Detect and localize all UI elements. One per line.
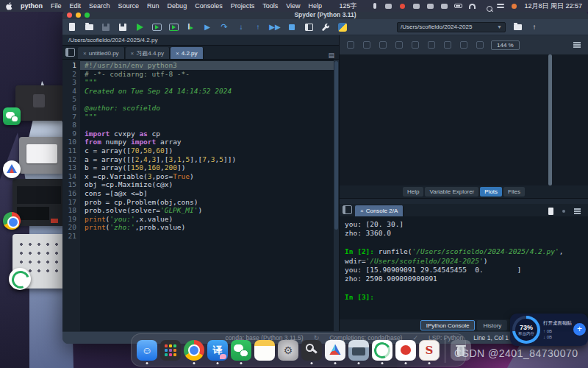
dock-notes[interactable] — [254, 336, 275, 364]
code-line[interactable]: b = array([150,160,200]) — [85, 163, 339, 172]
previous-plot-icon[interactable] — [428, 41, 435, 49]
close-tab-icon[interactable]: × — [176, 50, 179, 57]
chrome-badge-icon[interactable] — [3, 212, 21, 230]
save-all-plots-icon[interactable] — [363, 41, 370, 49]
dock-keychain[interactable] — [301, 336, 322, 364]
code-line[interactable]: obj =cp.Maximize(c@x) — [85, 180, 339, 189]
editor-scrollbar[interactable] — [334, 60, 339, 331]
code-line[interactable]: prob.solve(solver='GLPK_MI') — [85, 206, 339, 215]
dock-red-apple[interactable] — [395, 336, 416, 364]
run-cell-icon[interactable] — [151, 22, 162, 32]
console-options-icon[interactable] — [574, 208, 581, 213]
plots-zoom-level[interactable]: 144 % — [491, 40, 520, 50]
open-file-icon[interactable] — [84, 22, 94, 32]
code-line[interactable]: print('zho:',prob.value) — [85, 223, 339, 232]
continue-icon[interactable]: ▶▶ — [270, 22, 280, 32]
apple-icon[interactable] — [6, 2, 13, 10]
save-all-icon[interactable] — [118, 22, 128, 32]
code-line[interactable]: """ — [85, 113, 339, 121]
dock-settings[interactable]: ⚙ — [278, 336, 298, 364]
pane-options-icon[interactable] — [343, 205, 352, 214]
wechat-badge-icon[interactable] — [3, 107, 21, 125]
bottom-tab-history[interactable]: History — [477, 320, 507, 330]
wifi-icon[interactable] — [468, 2, 476, 10]
dock-finder[interactable]: ☺ — [137, 336, 157, 364]
battery-icon[interactable] — [454, 2, 462, 10]
copy-plot-icon[interactable] — [379, 41, 387, 49]
code-line[interactable]: @author: scofieldo — [85, 104, 339, 113]
plots-options-icon[interactable] — [573, 42, 581, 48]
menu-item-python[interactable]: python — [21, 2, 43, 10]
code-line[interactable] — [85, 121, 339, 130]
memory-widget[interactable]: 73% 释放内存 打开桌面磁贴 ↑ 0B ↓ 0B + — [510, 314, 588, 346]
console-output[interactable]: you: [20. 30.]zho: 3360.0 In [2]: runfil… — [340, 216, 588, 319]
save-icon[interactable] — [101, 22, 111, 32]
minimized-dialog-window[interactable] — [19, 137, 65, 174]
dock-green-ring[interactable] — [372, 336, 392, 364]
cloud-icon[interactable] — [426, 2, 434, 10]
menu-item-consoles[interactable]: Consoles — [195, 2, 223, 10]
zoom-in-icon[interactable] — [460, 41, 467, 49]
menu-item-source[interactable]: Source — [118, 2, 140, 10]
control-center-icon[interactable] — [496, 2, 504, 10]
menu-item-view[interactable]: View — [286, 2, 300, 10]
pane-tab-variable-explorer[interactable]: Variable Explorer — [425, 187, 478, 197]
code-line[interactable]: cons =[a@x <=b] — [85, 189, 339, 198]
pane-tab-files[interactable]: Files — [503, 187, 525, 197]
next-plot-icon[interactable] — [444, 41, 451, 49]
menu-item-tools[interactable]: Tools — [262, 2, 278, 10]
step-out-icon[interactable]: ↑ — [253, 22, 263, 32]
dock-screenshot[interactable] — [348, 336, 369, 364]
editor-tab-4.2.py[interactable]: ×4.2.py — [171, 47, 203, 59]
working-directory-combobox[interactable]: /Users/scofieldo/2024-2025 ▼ — [397, 22, 506, 32]
code-line[interactable]: c = array([70,50,60]) — [85, 146, 339, 155]
run-cell-advance-icon[interactable] — [168, 22, 179, 32]
dock-logic[interactable] — [325, 336, 345, 364]
dock-translate[interactable]: 译 — [207, 336, 228, 364]
dock-launchpad[interactable] — [160, 336, 181, 364]
step-over-icon[interactable]: ↷ — [219, 22, 229, 32]
menu-item-help[interactable]: Help — [309, 2, 323, 10]
screen-record-dot-icon[interactable] — [510, 2, 518, 10]
menu-item-run[interactable]: Run — [147, 2, 159, 10]
shapes-icon[interactable] — [412, 2, 420, 10]
step-into-icon[interactable]: ↓ — [236, 22, 246, 32]
menu-item-search[interactable]: Search — [89, 2, 110, 10]
code-line[interactable]: import cvxpy as cp — [85, 130, 339, 138]
code-line[interactable] — [85, 95, 339, 104]
menu-item-edit[interactable]: Edit — [70, 2, 82, 10]
logic-badge-icon[interactable] — [3, 160, 21, 178]
parent-directory-icon[interactable]: ↑ — [529, 22, 539, 32]
record-dot-icon[interactable] — [398, 2, 406, 10]
menu-item-projects[interactable]: Projects — [231, 2, 255, 10]
editor-tab-习题4.4.py[interactable]: ×习题4.4.py — [126, 47, 170, 59]
code-line[interactable]: print('you:',x.value) — [85, 215, 339, 224]
input-source-icon[interactable] — [384, 2, 392, 10]
dock-wechat[interactable] — [231, 336, 251, 364]
menu-item-debug[interactable]: Debug — [168, 2, 187, 10]
plots-splitter[interactable] — [548, 54, 552, 185]
search-icon[interactable] — [482, 2, 490, 10]
green-ring-badge-icon[interactable] — [9, 268, 31, 290]
dock-chrome[interactable] — [184, 336, 204, 364]
menubar-clock[interactable]: 12月8日 周日 22:57 — [524, 1, 582, 11]
browse-tabs-icon[interactable]: ▤ — [328, 52, 334, 59]
browse-directory-icon[interactable] — [512, 22, 523, 32]
debug-file-icon[interactable]: ▶ — [202, 22, 212, 32]
memory-gauge[interactable]: 73% 释放内存 — [512, 316, 540, 344]
remove-all-plots-icon[interactable] — [412, 41, 419, 49]
dock-s-app[interactable]: S — [419, 336, 440, 364]
remove-plot-icon[interactable] — [395, 41, 403, 49]
code-line[interactable]: prob = cp.Problem(obj,cons) — [85, 198, 339, 207]
close-tab-icon[interactable]: × — [83, 50, 87, 57]
add-button[interactable]: + — [573, 323, 586, 336]
code-line[interactable]: Created on Tue Sep 24 14:14:52 2024 — [85, 87, 339, 96]
editor-tab-untitled0.py[interactable]: ×untitled0.py — [78, 47, 125, 59]
new-file-icon[interactable] — [67, 22, 77, 32]
close-icon[interactable]: × — [360, 208, 364, 214]
mic-icon[interactable] — [370, 2, 379, 10]
stop-icon[interactable] — [287, 22, 297, 32]
pane-tab-help[interactable]: Help — [403, 187, 423, 197]
inspect-icon[interactable] — [548, 208, 553, 215]
code-line[interactable]: #!/usr/bin/env python3 — [80, 61, 339, 70]
